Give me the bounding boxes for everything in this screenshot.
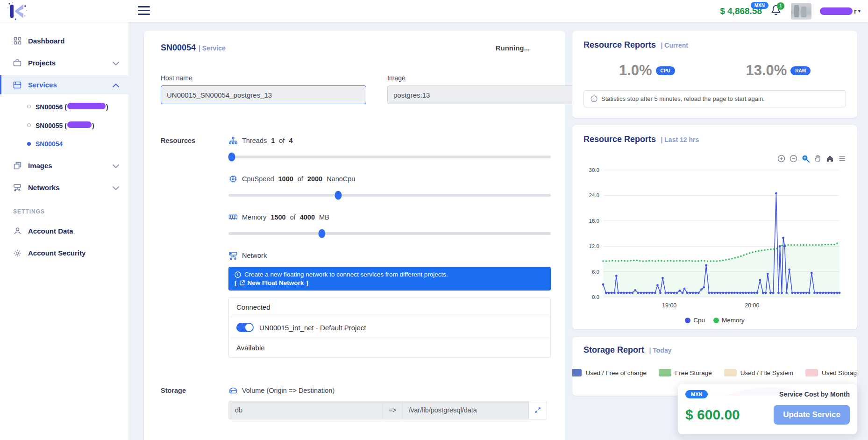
sidebar-item-label: Services	[28, 81, 57, 89]
svg-text:24.0: 24.0	[589, 192, 599, 198]
svg-text:19:00: 19:00	[662, 302, 676, 309]
settings-section-heading: SETTINGS	[0, 200, 128, 219]
network-icon	[13, 184, 21, 192]
legend-item[interactable]: Used Storage	[805, 369, 857, 376]
app-logo-icon[interactable]	[6, 1, 30, 21]
chart-menu-icon[interactable]	[838, 155, 846, 163]
sidebar-item-account-security[interactable]: Account Security	[0, 243, 128, 263]
threads-slider[interactable]	[228, 156, 551, 158]
network-row-label: UN00015_int_net - Default Project	[259, 324, 366, 332]
hamburger-menu-icon[interactable]	[138, 6, 150, 17]
history-chart-svg[interactable]: 30.024.018.012.06.00.019:0020:00	[583, 163, 845, 314]
new-float-network-link[interactable]: [ New Float Network ]	[235, 279, 545, 286]
external-link-icon	[239, 280, 245, 286]
service-item-label: SN00054	[36, 140, 63, 148]
available-heading-row: Available	[229, 338, 550, 357]
zoom-in-icon[interactable]	[777, 155, 785, 163]
volume-row: db => /var/lib/postgresql/data	[228, 401, 548, 419]
memory-ram-icon	[228, 213, 238, 222]
svg-text:12.0: 12.0	[589, 243, 599, 249]
memory-slider-thumb[interactable]	[319, 229, 326, 238]
topbar: $ 4,868.58 MXN 1 r ▾	[0, 0, 868, 22]
briefcase-icon	[13, 59, 21, 67]
gear-icon	[13, 249, 21, 257]
cpu-badge: CPU	[656, 66, 675, 75]
volume-destination[interactable]: /var/lib/postgresql/data	[402, 401, 528, 419]
chevron-up-icon	[113, 81, 119, 89]
home-reset-icon[interactable]	[826, 155, 834, 163]
sidebar-item-account-data[interactable]: Account Data	[0, 221, 128, 241]
sidebar-item-dashboard[interactable]: Dashboard	[0, 31, 128, 50]
sidebar-item-services[interactable]: Services	[0, 75, 128, 94]
volume-disk-icon	[228, 386, 238, 395]
notification-count-badge: 1	[777, 2, 784, 10]
avatar[interactable]	[791, 3, 811, 20]
pan-hand-icon[interactable]	[814, 155, 822, 163]
legend-item[interactable]: Free Storage	[659, 369, 712, 376]
sidebar-item-projects[interactable]: Projects	[0, 53, 128, 72]
sidebar-item-networks[interactable]: Networks	[0, 178, 128, 197]
currency-badge: MXN	[751, 2, 768, 9]
service-detail-card: SN00054 | Service Running... Host name U…	[144, 31, 565, 440]
storage-section-label: Storage	[161, 386, 228, 419]
history-report-subtitle: | Last 12 hrs	[661, 136, 699, 143]
image-label: Image	[387, 74, 574, 82]
sidebar-item-label: Networks	[28, 184, 60, 192]
resource-reports-current-card: Resource Reports | Current 1.0% CPU 13.0…	[572, 31, 857, 118]
network-toggle-on[interactable]	[236, 323, 254, 332]
chevron-down-icon	[113, 184, 119, 192]
bullet-icon	[27, 123, 31, 127]
threads-slider-thumb[interactable]	[228, 153, 235, 162]
update-service-button[interactable]: Update Service	[774, 405, 850, 425]
service-title: SN00054	[161, 43, 196, 53]
cpu-legend-dot	[685, 318, 690, 323]
memory-slider[interactable]	[228, 232, 551, 235]
volume-origin[interactable]: db	[228, 401, 383, 419]
services-icon	[13, 81, 21, 89]
volume-arrow: =>	[383, 401, 402, 419]
cpu-chip-icon	[228, 174, 238, 184]
sidebar-item-sn00055[interactable]: SN00055 ()	[0, 116, 128, 135]
current-report-subtitle: | Current	[661, 42, 688, 49]
user-menu[interactable]: r ▾	[820, 7, 861, 15]
volume-expand-button[interactable]	[528, 401, 547, 419]
sidebar-item-sn00054[interactable]: SN00054	[0, 135, 128, 153]
cpuspeed-slider[interactable]	[228, 194, 551, 197]
redaction	[67, 121, 92, 128]
sidebar-item-label: Projects	[28, 59, 56, 67]
cpuspeed-slider-thumb[interactable]	[334, 191, 342, 200]
storage-report-title: Storage Report	[583, 345, 644, 355]
threads-icon	[228, 136, 238, 145]
legend-item[interactable]: Used / Free of charge	[572, 369, 647, 376]
sidebar-item-label: Dashboard	[28, 37, 64, 45]
hostname-label: Host name	[161, 74, 366, 82]
sidebar-item-images[interactable]: Images	[0, 156, 128, 175]
svg-text:0.0: 0.0	[592, 294, 599, 300]
svg-text:6.0: 6.0	[592, 269, 599, 275]
notifications-button[interactable]: 1	[770, 4, 783, 18]
sidebar-item-label: Account Data	[28, 227, 73, 235]
hostname-input[interactable]: UN00015_SN00054_postgres_13	[161, 85, 366, 104]
floating-network-banner: Create a new floating network to connect…	[228, 267, 551, 291]
chart-legend: Cpu Memory	[583, 317, 846, 324]
chevron-down-icon: ▾	[858, 8, 861, 14]
memory-legend-dot	[713, 318, 719, 323]
legend-item-cpu[interactable]: Cpu	[685, 317, 705, 324]
account-balance: $ 4,868.58 MXN	[720, 6, 762, 16]
cost-amount: $ 600.00	[685, 407, 740, 423]
legend-item[interactable]: Used / File System	[724, 369, 793, 376]
info-icon	[235, 271, 241, 278]
chart-toolbar	[583, 155, 846, 163]
networks-table: Connected UN00015_int_net - Default Proj…	[228, 297, 551, 358]
sidebar: Dashboard Projects Services SN00056 () S…	[0, 22, 128, 440]
cost-title: Service Cost by Month	[779, 390, 850, 398]
box-zoom-icon[interactable]	[802, 155, 810, 163]
sidebar-item-sn00056[interactable]: SN00056 ()	[0, 97, 128, 116]
service-item-label: SN00056 ()	[36, 103, 108, 111]
service-subtitle: | Service	[199, 44, 226, 52]
svg-text:30.0: 30.0	[589, 167, 599, 173]
legend-item-memory[interactable]: Memory	[713, 317, 745, 324]
zoom-out-icon[interactable]	[790, 155, 797, 163]
network-row: UN00015_int_net - Default Project	[229, 317, 550, 338]
service-cost-overlay: MXN Service Cost by Month $ 600.00 Updat…	[678, 384, 857, 434]
